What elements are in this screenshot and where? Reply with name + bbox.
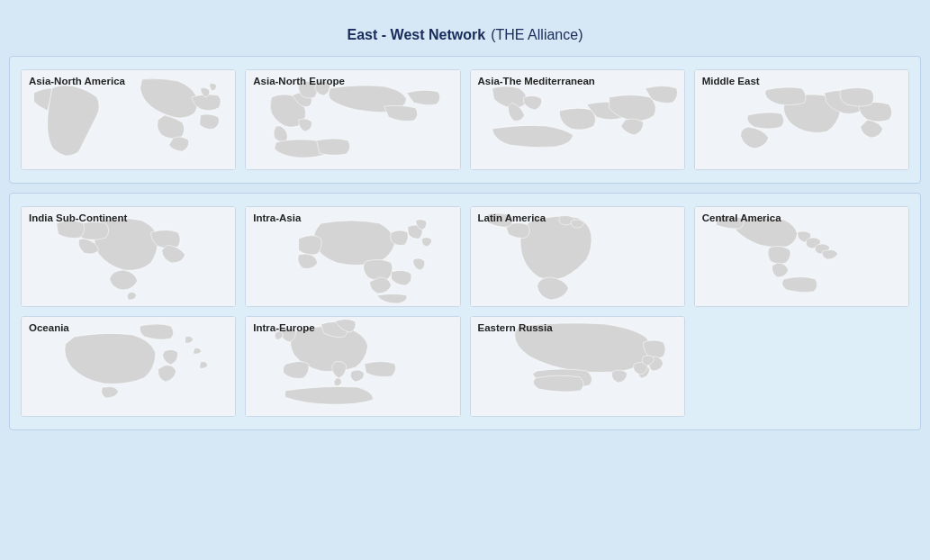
card-label-eastern-russia: Eastern Russia <box>478 322 553 333</box>
card-label-asia-north-america: Asia-North America <box>29 76 125 86</box>
card-asia-mediterranean[interactable]: Asia-The Mediterranean <box>470 69 685 170</box>
card-label-asia-north-europe: Asia-North Europe <box>253 76 345 86</box>
card-label-central-america: Central America <box>702 212 781 223</box>
card-label-latin-america: Latin America <box>478 212 546 223</box>
card-intra-europe[interactable]: Intra-Europe <box>245 316 460 417</box>
card-latin-america[interactable]: Latin America <box>470 206 685 307</box>
card-intra-asia[interactable]: Intra-Asia <box>245 206 460 307</box>
card-label-oceania: Oceania <box>29 322 69 333</box>
page-title: East - West Network (THE Alliance) <box>9 9 921 56</box>
card-eastern-russia[interactable]: Eastern Russia <box>470 316 685 417</box>
section-2-row-2: Oceania <box>21 316 909 417</box>
card-label-intra-asia: Intra-Asia <box>253 212 301 223</box>
card-label-asia-mediterranean: Asia-The Mediterranean <box>478 76 595 86</box>
card-asia-north-europe[interactable]: Asia-North Europe <box>245 69 460 170</box>
card-oceania[interactable]: Oceania <box>21 316 236 417</box>
card-label-middle-east: Middle East <box>702 76 760 86</box>
section-2-row-1: India Sub-Continent <box>21 206 909 307</box>
card-middle-east[interactable]: Middle East <box>694 69 909 170</box>
card-india-sub-continent[interactable]: India Sub-Continent <box>21 206 236 307</box>
card-central-america[interactable]: Central America <box>694 206 909 307</box>
section-2: India Sub-Continent <box>9 193 921 430</box>
card-label-india-sub-continent: India Sub-Continent <box>29 212 127 223</box>
card-label-intra-europe: Intra-Europe <box>253 322 314 333</box>
section-1: Asia-North America <box>9 56 921 184</box>
card-asia-north-america[interactable]: Asia-North America <box>21 69 236 170</box>
section-1-grid: Asia-North America <box>21 69 909 170</box>
